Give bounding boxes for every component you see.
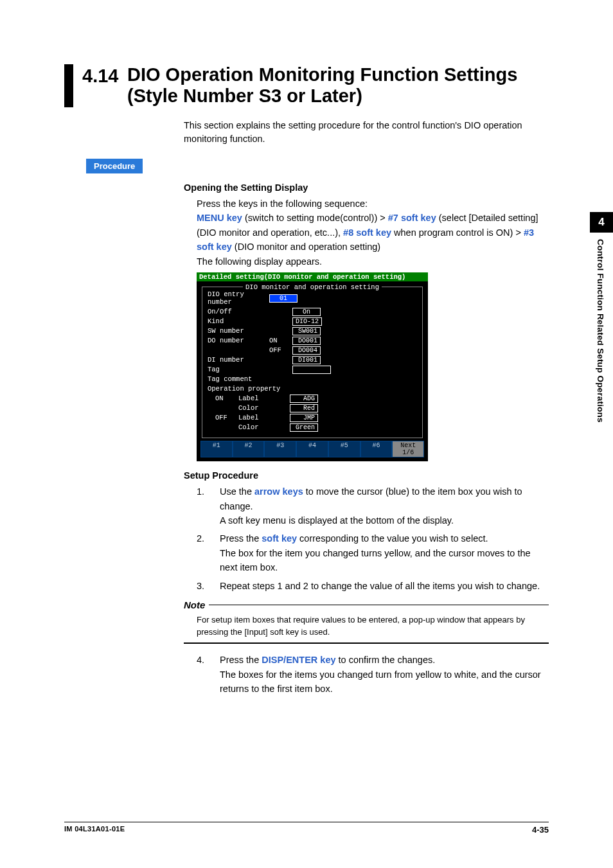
s3: Repeat steps 1 and 2 to change the value… [220,579,549,593]
note-head: Note [184,599,205,610]
t3: when program control is ON) > [391,227,524,238]
scr-body: DIO monitor and operation setting DIO en… [197,281,428,461]
display-screenshot: Detailed setting(DIO monitor and operati… [197,272,428,461]
scr-opprop-label: Operation property [208,385,292,393]
scr-sw-value[interactable]: SW001 [292,327,321,335]
step-1: 1. Use the arrow keys to move the cursor… [197,484,549,527]
scr-sk-next[interactable]: Next 1/6 [393,441,423,457]
s4a: Press the [220,655,262,665]
scr-legend: DIO monitor and operation setting [243,283,382,291]
opening-subhead: Opening the Setting Display [184,182,549,193]
scr-entry-label: DIO entry number [208,290,269,306]
scr-entry-value[interactable]: 01 [269,294,298,303]
step-3: 3. Repeat steps 1 and 2 to change the va… [197,579,549,593]
scr-kind-label: Kind [208,317,269,325]
scr-onoff-value[interactable]: On [292,308,321,316]
opening-keyseq: MENU key (switch to setting mode(control… [197,211,549,254]
note-body: For setup item boxes that require values… [184,610,549,642]
opening-line3: The following display appears. [197,254,549,269]
scr-tag-label: Tag [208,366,269,373]
intro-text: This section explains the setting proced… [184,119,549,146]
step-2: 2. Press the soft key corresponding to t… [197,531,549,574]
t1: (switch to setting mode(control)) > [242,213,388,223]
scr-do-off-value[interactable]: DO004 [292,346,321,355]
page-footer: IM 04L31A01-01E 4-35 [64,822,549,835]
setup-subhead: Setup Procedure [184,470,549,481]
scr-onoff-label: On/Off [208,308,269,315]
scr-do-label: DO number [208,337,269,344]
scr-do-off: OFF [269,346,292,354]
scr-sk-3[interactable]: #3 [265,441,296,457]
scr-do-on: ON [269,337,292,344]
arrow-keys: arrow keys [254,486,303,497]
note-bottom-line [184,642,549,644]
note-block: Note For setup item boxes that require v… [184,599,549,644]
scr-op-off-label-l: Label [238,414,267,421]
setup-steps-continued: 4. Press the DISP/ENTER key to confirm t… [197,653,549,696]
setup-steps: 1. Use the arrow keys to move the cursor… [197,484,549,593]
opening-line1: Press the keys in the following sequence… [197,197,549,211]
scr-op-off-label-v[interactable]: JMP [290,414,318,422]
footer-docid: IM 04L31A01-01E [64,825,125,835]
scr-sk-5[interactable]: #5 [329,441,360,457]
procedure-label: Procedure [86,159,143,173]
page: 4 Control Function Related Setup Operati… [0,0,613,868]
step-4: 4. Press the DISP/ENTER key to confirm t… [197,653,549,696]
scr-di-label: DI number [208,356,269,364]
disp-enter-key: DISP/ENTER key [262,655,335,665]
scr-sk-2[interactable]: #2 [233,441,264,457]
softkey-8: #8 soft key [343,227,391,238]
section-number: 4.14 [82,64,127,107]
s1a: Use the [220,486,254,497]
footer-pagenum: 4-35 [532,825,549,835]
heading-bar [64,64,73,107]
scr-sw-label: SW number [208,327,269,335]
scr-tag-value[interactable] [292,366,331,374]
scr-tagcomment-label: Tag comment [208,375,269,383]
section-heading: 4.14 DIO Operation Monitoring Function S… [64,64,549,107]
note-line-icon [209,605,549,605]
chapter-number-box: 4 [590,212,613,233]
s4c: The boxes for the items you changed turn… [220,669,541,694]
scr-sk-6[interactable]: #6 [361,441,392,457]
scr-kind-value[interactable]: DIO-12 [292,317,322,326]
scr-titlebar: Detailed setting(DIO monitor and operati… [197,272,428,281]
scr-di-value[interactable]: DI001 [292,356,321,364]
scr-softkey-bar: #1 #2 #3 #4 #5 #6 Next 1/6 [200,441,424,457]
t4: (DIO monitor and operation setting) [232,242,380,252]
scr-op-on-label-l: Label [238,394,267,402]
s2a: Press the [220,533,262,544]
soft-key: soft key [262,533,297,544]
scr-op-off: OFF [215,414,238,421]
s1c: A soft key menu is displayed at the bott… [220,515,454,526]
section-title-line1: DIO Operation Monitoring Function Settin… [127,64,517,85]
section-title-line2: (Style Number S3 or Later) [127,85,517,107]
scr-sk-4[interactable]: #4 [297,441,328,457]
scr-sk-1[interactable]: #1 [201,441,232,457]
s4b: to confirm the changes. [336,655,436,665]
scr-op-off-color-v[interactable]: Green [290,423,318,432]
menu-key: MENU key [197,213,242,223]
s2b: corresponding to the value you wish to s… [297,533,488,544]
scr-fieldset: DIO monitor and operation setting DIO en… [202,287,423,438]
scr-do-on-value[interactable]: DO001 [292,337,321,345]
scr-op-on-color-v[interactable]: Red [290,404,318,412]
s2c: The box for the item you changed turns y… [220,548,531,572]
softkey-7: #7 soft key [388,213,436,223]
chapter-side-tab: 4 Control Function Related Setup Operati… [590,212,613,423]
scr-op-on-label-v[interactable]: ADG [290,394,318,403]
scr-op-off-color-l: Color [238,423,267,431]
scr-op-on: ON [215,394,238,402]
chapter-side-label: Control Function Related Setup Operation… [596,233,605,423]
scr-op-on-color-l: Color [238,404,267,412]
